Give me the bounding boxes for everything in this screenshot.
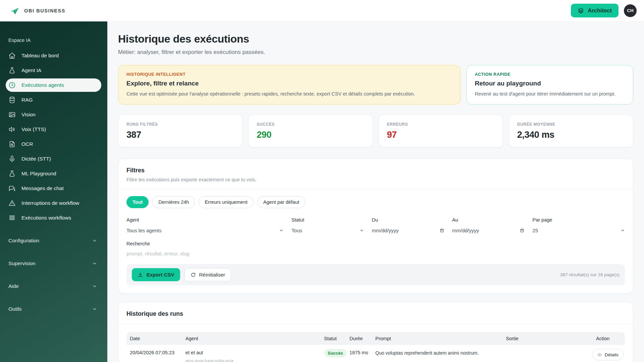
du-field: Du mm/dd/yyyy: [372, 217, 444, 233]
chevron-down-icon: [279, 228, 283, 233]
calendar-icon: [440, 228, 444, 233]
sidebar-section-label: Outils: [8, 306, 22, 312]
sidebar-item-label: Interruptions de workflow: [21, 200, 79, 206]
sidebar-item-ml-playground[interactable]: ML Playground: [0, 166, 107, 181]
sidebar-section-outils[interactable]: Outils: [0, 302, 107, 316]
database-icon: [8, 96, 16, 104]
reset-button[interactable]: Réinitialiser: [184, 268, 231, 281]
agent-select-value: Tous les agents: [126, 228, 161, 233]
sidebar-section-supervision[interactable]: Supervision: [0, 256, 107, 271]
paper-plane-logo-icon: [9, 5, 20, 16]
architect-button-label: Architect: [588, 7, 612, 14]
brand: OBI BUSINESS: [9, 5, 65, 16]
result-count: 387 résultat(s) sur 16 page(s): [560, 272, 620, 277]
filter-chip-agent-par-defaut[interactable]: Agent par défaut: [257, 196, 305, 208]
sidebar-item-ocr[interactable]: OCR: [0, 137, 107, 152]
stat-label: ERREURS: [387, 122, 495, 127]
sidebar-item-agent-ia[interactable]: Agent IA: [0, 63, 107, 78]
details-label: Détails: [605, 352, 619, 357]
column-header-date: Date: [126, 336, 182, 341]
banner-action-rapide: ACTION RAPIDE Retour au playground Reven…: [466, 65, 633, 105]
sidebar-item-executions-agents[interactable]: Exécutions agents: [6, 78, 101, 92]
sidebar-item-executions-workflows[interactable]: Exécutions workflows: [0, 210, 107, 225]
stack-lines-icon: [8, 214, 16, 222]
microphone-icon: [8, 155, 16, 163]
statut-select[interactable]: Tous: [291, 228, 364, 233]
sidebar-item-label: Exécutions agents: [21, 82, 64, 88]
agent-field: Agent Tous les agents: [126, 217, 283, 233]
search-input[interactable]: [126, 251, 376, 256]
banner-body: Cette vue est optimisée pour l'analyse o…: [126, 90, 452, 98]
flask-icon: [8, 67, 16, 74]
du-date-input[interactable]: mm/dd/yyyy: [372, 228, 444, 233]
sidebar-item-interruptions-de-workflow[interactable]: Interruptions de workflow: [0, 196, 107, 210]
sidebar-item-vision[interactable]: Vision: [0, 107, 107, 122]
banner-title: Explore, filtre et relance: [126, 80, 452, 87]
par-page-field: Par page 25: [532, 217, 625, 233]
sidebar-section-aide[interactable]: Aide: [0, 279, 107, 294]
filter-chip-tout[interactable]: Tout: [126, 196, 149, 208]
runs-table: Date Agent Statut Durée Prompt Sortie Ac…: [126, 332, 625, 362]
filters-subtitle: Filtre les exécutions puis exporte exact…: [126, 177, 625, 182]
column-header-statut: Statut: [321, 336, 346, 341]
sidebar-item-voix-tts[interactable]: Voix (TTS): [0, 122, 107, 137]
sidebar-item-label: Messages de chat: [21, 185, 64, 191]
download-icon: [138, 272, 143, 278]
stat-card-duree-moyenne: DURÉE MOYENNE 2,340 ms: [509, 115, 633, 147]
architect-button[interactable]: Architect: [571, 4, 619, 17]
sidebar-section-configuration[interactable]: Configuration: [0, 233, 107, 248]
stat-label: RUNS FILTRÉS: [126, 122, 234, 127]
sidebar-item-label: Voix (TTS): [21, 126, 46, 132]
divider: [118, 189, 633, 189]
agent-label: Agent: [126, 217, 283, 223]
agent-select[interactable]: Tous les agents: [126, 228, 283, 233]
statut-field: Statut Tous: [291, 217, 364, 233]
image-icon: [8, 111, 16, 118]
run-output: [502, 349, 593, 350]
export-csv-button[interactable]: Export CSV: [132, 268, 180, 281]
column-header-prompt: Prompt: [372, 336, 502, 341]
chevron-down-icon: [360, 228, 364, 233]
sidebar-item-rag[interactable]: RAG: [0, 93, 107, 107]
stat-value: 290: [257, 130, 364, 140]
sidebar-item-label: Dictée (STT): [21, 156, 51, 162]
chevron-down-icon: [92, 261, 97, 266]
brand-name: OBI BUSINESS: [24, 8, 65, 13]
stat-value: 387: [126, 130, 234, 140]
run-agent-slug: eius-quia-fuga-nulla-quia: [185, 358, 321, 362]
search-field: Recherche: [126, 241, 625, 257]
banner-title: Retour au playground: [475, 80, 625, 87]
banner-eyebrow: HISTORIQUE INTELLIGENT: [126, 72, 452, 77]
column-header-duree: Durée: [346, 336, 372, 341]
sidebar-item-dictee-stt[interactable]: Dictée (STT): [0, 152, 107, 166]
chat-icon: [8, 185, 16, 192]
top-bar: OBI BUSINESS Architect CH: [0, 0, 644, 21]
document-search-icon: [8, 140, 16, 148]
sidebar-section-label: Aide: [8, 283, 19, 289]
sidebar-item-messages-de-chat[interactable]: Messages de chat: [0, 181, 107, 196]
user-avatar[interactable]: CH: [624, 4, 637, 17]
stat-card-runs-filtres: RUNS FILTRÉS 387: [118, 115, 243, 147]
par-page-select[interactable]: 25: [532, 228, 625, 233]
stat-card-succes: SUCCÈS 290: [248, 115, 373, 147]
banner-historique-intelligent: HISTORIQUE INTELLIGENT Explore, filtre e…: [118, 65, 461, 105]
stat-value: 2,340 ms: [517, 130, 625, 140]
stat-label: SUCCÈS: [257, 122, 364, 127]
column-header-agent: Agent: [182, 336, 321, 341]
layers-icon: [578, 7, 584, 14]
clock-icon: [8, 81, 16, 89]
chevron-down-icon: [621, 228, 625, 233]
filters-card: Filtres Filtre les exécutions puis expor…: [118, 159, 633, 294]
au-field: Au mm/dd/yyyy: [452, 217, 524, 233]
au-date-input[interactable]: mm/dd/yyyy: [452, 228, 524, 233]
eye-icon: [597, 352, 602, 357]
filter-chip-dernieres-24h[interactable]: Dernières 24h: [152, 196, 195, 208]
home-icon: [8, 52, 16, 59]
filters-title: Filtres: [126, 167, 625, 174]
sidebar-section-label: Configuration: [8, 238, 39, 244]
run-duration: 1875 ms: [346, 349, 372, 355]
filter-chip-erreurs-uniquement[interactable]: Erreurs uniquement: [199, 196, 253, 208]
sidebar-item-tableau-de-bord[interactable]: Tableau de bord: [0, 48, 107, 63]
table-header-row: Date Agent Statut Durée Prompt Sortie Ac…: [126, 332, 625, 345]
details-button[interactable]: Détails: [592, 349, 624, 360]
